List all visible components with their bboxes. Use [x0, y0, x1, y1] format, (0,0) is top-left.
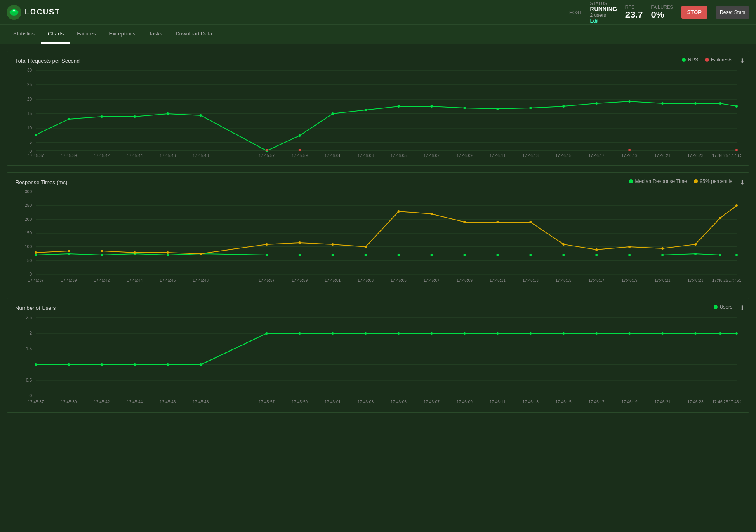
- svg-point-108: [134, 251, 136, 254]
- svg-point-163: [68, 363, 70, 366]
- svg-point-39: [661, 102, 664, 105]
- svg-point-25: [167, 112, 169, 115]
- failures-label: FAILURES: [651, 5, 673, 9]
- svg-text:0: 0: [29, 272, 32, 277]
- svg-point-31: [397, 105, 400, 108]
- svg-point-5: [13, 10, 14, 11]
- svg-point-83: [35, 254, 37, 256]
- legend-failures-label: Failures/s: [711, 57, 732, 63]
- svg-point-173: [430, 332, 433, 335]
- svg-point-103: [719, 254, 721, 256]
- svg-point-28: [299, 134, 301, 137]
- download-chart1-icon[interactable]: ⬇: [740, 57, 745, 65]
- svg-text:17:46:15: 17:46:15: [556, 153, 572, 158]
- svg-point-170: [332, 332, 334, 335]
- svg-point-164: [101, 363, 103, 366]
- svg-text:17:46:17: 17:46:17: [589, 153, 605, 158]
- svg-point-182: [719, 332, 721, 335]
- svg-text:17:46:19: 17:46:19: [622, 278, 638, 283]
- svg-text:250: 250: [25, 203, 32, 208]
- nav-item-failures[interactable]: Failures: [70, 25, 102, 44]
- svg-text:17:46:09: 17:46:09: [457, 278, 473, 283]
- svg-point-174: [463, 332, 466, 335]
- svg-text:20: 20: [27, 97, 32, 101]
- legend-users-label: Users: [720, 304, 732, 310]
- svg-point-181: [694, 332, 697, 335]
- legend-rps-label: RPS: [688, 57, 698, 63]
- svg-point-177: [562, 332, 565, 335]
- nav-item-download[interactable]: Download Data: [169, 25, 219, 44]
- nav-item-statistics[interactable]: Statistics: [7, 25, 41, 44]
- svg-point-166: [167, 363, 169, 366]
- svg-text:30: 30: [27, 68, 32, 73]
- nav-item-charts[interactable]: Charts: [41, 25, 70, 44]
- svg-point-93: [397, 254, 400, 256]
- svg-point-167: [200, 363, 202, 366]
- svg-point-98: [562, 254, 565, 256]
- svg-text:2: 2: [29, 331, 32, 335]
- legend-rps: RPS: [682, 57, 698, 63]
- nav-bar: Statistics Charts Failures Exceptions Ta…: [0, 25, 756, 44]
- svg-text:17:46:03: 17:46:03: [358, 278, 374, 283]
- legend-users: Users: [714, 304, 732, 310]
- svg-text:50: 50: [27, 258, 32, 263]
- svg-text:17:46:21: 17:46:21: [655, 153, 671, 158]
- edit-link[interactable]: Edit: [590, 18, 617, 24]
- failures-value: 0%: [651, 9, 673, 20]
- svg-text:17:45:42: 17:45:42: [94, 153, 110, 158]
- legend-failures-dot: [705, 58, 709, 62]
- reset-stats-button[interactable]: Reset Stats: [716, 6, 749, 19]
- chart-users-container: Number of Users Users ⬇ 2.5 2 1.5 1: [7, 298, 749, 413]
- svg-text:17:46:25: 17:46:25: [712, 400, 728, 404]
- svg-point-118: [496, 221, 499, 223]
- svg-point-104: [735, 254, 738, 256]
- svg-text:17:46:21: 17:46:21: [655, 400, 671, 404]
- svg-text:17:46:23: 17:46:23: [688, 153, 704, 158]
- svg-point-100: [628, 254, 631, 256]
- svg-text:0: 0: [29, 394, 32, 398]
- svg-point-126: [735, 204, 738, 207]
- svg-point-114: [365, 246, 367, 248]
- svg-text:17:46:27: 17:46:27: [729, 278, 741, 283]
- svg-text:17:45:44: 17:45:44: [127, 278, 143, 283]
- download-chart2-icon[interactable]: ⬇: [740, 178, 745, 186]
- svg-point-115: [397, 210, 400, 213]
- nav-item-exceptions[interactable]: Exceptions: [103, 25, 142, 44]
- svg-text:17:45:59: 17:45:59: [292, 400, 308, 404]
- chart-users-svg: 2.5 2 1.5 1 0.5 0: [15, 314, 741, 408]
- svg-text:17:45:57: 17:45:57: [259, 278, 275, 283]
- chart-response-container: Response Times (ms) Median Response Time…: [7, 172, 749, 291]
- svg-text:17:46:11: 17:46:11: [490, 400, 506, 404]
- svg-point-35: [529, 107, 532, 109]
- svg-point-178: [595, 332, 598, 335]
- svg-point-117: [463, 221, 466, 223]
- svg-point-124: [694, 243, 697, 246]
- svg-text:17:46:11: 17:46:11: [490, 153, 506, 158]
- svg-text:17:46:13: 17:46:13: [523, 400, 539, 404]
- legend-rps-dot: [682, 58, 686, 62]
- download-chart3-icon[interactable]: ⬇: [740, 304, 745, 312]
- svg-point-32: [430, 105, 433, 108]
- svg-point-42: [735, 105, 738, 108]
- svg-point-90: [299, 254, 301, 256]
- nav-item-tasks[interactable]: Tasks: [142, 25, 169, 44]
- svg-point-38: [628, 100, 631, 103]
- svg-point-6: [14, 10, 15, 11]
- svg-point-87: [167, 254, 169, 256]
- svg-text:17:46:11: 17:46:11: [490, 278, 506, 283]
- svg-text:10: 10: [27, 126, 32, 130]
- svg-text:17:46:05: 17:46:05: [391, 278, 407, 283]
- svg-point-172: [397, 332, 400, 335]
- svg-point-169: [299, 332, 301, 335]
- legend-median: Median Response Time: [629, 178, 687, 184]
- svg-point-102: [694, 253, 697, 255]
- svg-point-89: [266, 254, 268, 256]
- svg-point-99: [595, 254, 598, 256]
- chart-response-svg-wrapper: 300 250 200 150 100 50 0: [15, 188, 741, 287]
- svg-text:17:46:13: 17:46:13: [523, 278, 539, 283]
- chart-rps-legend: RPS Failures/s: [682, 57, 732, 63]
- svg-text:17:46:27: 17:46:27: [729, 153, 741, 158]
- svg-point-176: [529, 332, 532, 335]
- stop-button[interactable]: STOP: [681, 6, 707, 19]
- svg-text:17:46:07: 17:46:07: [424, 278, 440, 283]
